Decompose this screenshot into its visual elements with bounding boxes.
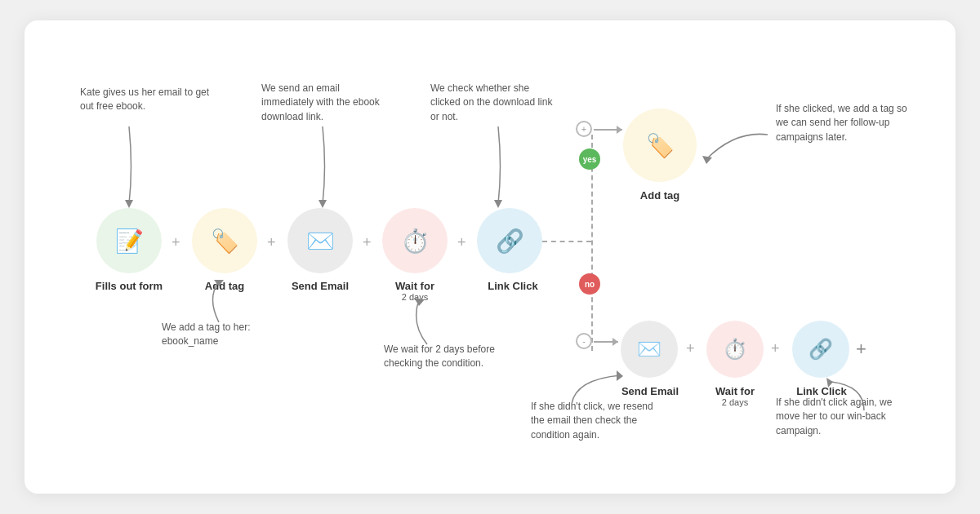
- plus-4: +: [457, 234, 466, 251]
- arrow-win-back: [823, 378, 872, 410]
- plus-5: +: [686, 340, 695, 357]
- plus-end: +: [856, 339, 866, 360]
- badge-no: no: [579, 273, 600, 295]
- arrow-if-clicked: [702, 126, 776, 175]
- connector-minus-bottom[interactable]: -: [576, 333, 592, 349]
- annotation-if-no-click: If she didn't click, we resend the email…: [531, 400, 657, 442]
- arrow-add-tag: [314, 126, 339, 208]
- main-card: 📝 Fills out form + 🏷️ Add tag + ✉️ Send …: [24, 20, 956, 494]
- plus-2: +: [267, 234, 276, 251]
- arrow-fills-form: [121, 126, 145, 208]
- circle-fills-form: 📝: [96, 208, 162, 273]
- svg-marker-0: [125, 200, 133, 208]
- arrow-wait-note: [407, 299, 448, 344]
- svg-marker-1: [318, 200, 327, 208]
- label-send-email1: Send Email: [279, 280, 361, 292]
- plus-6: +: [771, 340, 780, 357]
- label-fills-form: Fills out form: [88, 280, 170, 292]
- svg-marker-5: [414, 298, 425, 306]
- circle-add-tag2: 🏷️: [623, 109, 697, 182]
- circle-add-tag1: 🏷️: [192, 208, 257, 273]
- plus-1: +: [172, 234, 180, 251]
- circle-wait1: ⏱️: [382, 208, 448, 273]
- circle-send-email2: ✉️: [621, 321, 678, 378]
- arrow-add-tag-sub: [203, 281, 243, 322]
- annotation-add-tag-top: We send an email immediately with the eb…: [261, 82, 392, 124]
- badge-yes: yes: [579, 148, 600, 170]
- annotation-fills-form: Kate gives us her email to get out free …: [80, 86, 211, 114]
- svg-marker-7: [826, 378, 833, 388]
- arrow-no-click: [568, 363, 625, 404]
- circle-link-click1: 🔗: [477, 208, 542, 273]
- arrow-wait-check: [490, 126, 514, 208]
- dashed-line-h: [542, 241, 591, 242]
- annotation-wait-note: We wait for 2 days before checking the c…: [384, 343, 502, 371]
- circle-wait2: ⏱️: [706, 321, 764, 378]
- plus-3: +: [363, 234, 372, 251]
- circle-link-click2: 🔗: [792, 321, 849, 378]
- circle-send-email1: ✉️: [287, 208, 353, 273]
- svg-marker-6: [617, 370, 623, 381]
- label-wait2: Wait for 2 days: [694, 385, 776, 407]
- annotation-if-clicked: If she clicked, we add a tag so we can s…: [776, 102, 915, 144]
- svg-marker-2: [494, 200, 502, 208]
- svg-marker-3: [702, 156, 712, 164]
- label-add-tag2: Add tag: [623, 189, 697, 202]
- annotation-add-tag-sub: We add a tag to her: ebook_name: [162, 321, 276, 349]
- svg-marker-4: [214, 280, 224, 286]
- annotation-wait-check: We check whether she clicked on the down…: [430, 82, 561, 124]
- arrow-right-no: [594, 341, 618, 343]
- label-link-click1: Link Click: [472, 280, 554, 292]
- connector-plus-top[interactable]: +: [576, 121, 592, 137]
- arrow-right-yes: [594, 129, 622, 131]
